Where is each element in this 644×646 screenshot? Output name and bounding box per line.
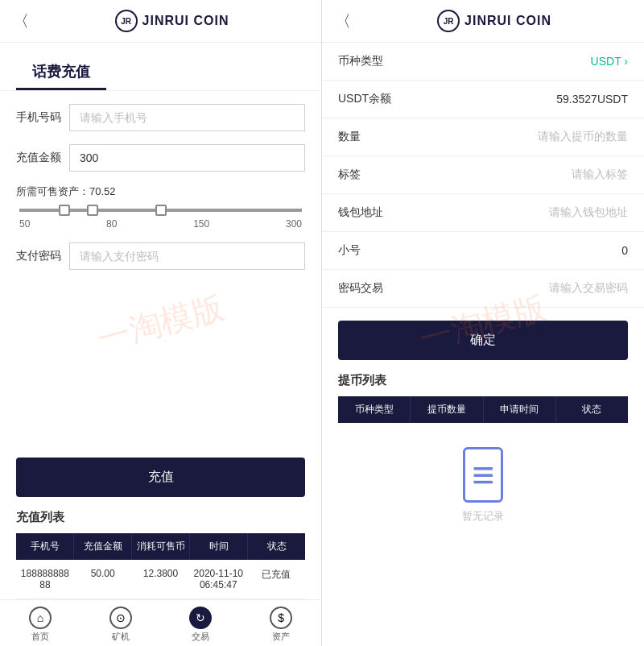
slider-label-1: 80: [106, 218, 117, 230]
right-header: 〈 JR JINRUI COIN: [322, 0, 644, 43]
subaccount-label: 小号: [338, 243, 361, 258]
field-tag[interactable]: 标签 请输入标签: [322, 156, 644, 194]
trade-icon: ↻: [189, 607, 212, 629]
cell-coins: 12.3800: [132, 560, 190, 598]
right-col-currency: 币种类型: [338, 396, 411, 423]
right-back-button[interactable]: 〈: [335, 10, 351, 32]
nav-assets[interactable]: $ 资产: [241, 607, 321, 643]
left-back-button[interactable]: 〈: [13, 10, 29, 32]
slider-label-3: 300: [286, 218, 302, 230]
subaccount-value: 0: [621, 244, 628, 257]
phone-row: 手机号码: [16, 104, 305, 131]
right-logo-circle: JR: [437, 10, 460, 32]
left-col-status: 状态: [248, 533, 305, 560]
nav-home[interactable]: ⌂ 首页: [0, 607, 80, 643]
left-logo-circle: JR: [115, 10, 138, 32]
bottom-nav: ⌂ 首页 ⊙ 矿机 ↻ 交易 $ 资产: [0, 599, 321, 646]
usdt-balance-value: 59.3527USDT: [556, 93, 628, 106]
nav-trade-label: 交易: [192, 631, 209, 643]
right-submit-button[interactable]: 确定: [338, 321, 628, 360]
left-logo-text: JINRUI COIN: [142, 14, 229, 28]
left-header: 〈 JR JINRUI COIN: [0, 0, 321, 43]
password-input[interactable]: [69, 242, 305, 270]
field-wallet[interactable]: 钱包地址 请输入钱包地址: [322, 194, 644, 232]
left-logo: JR JINRUI COIN: [35, 10, 308, 32]
right-table-header: 币种类型 提币数量 申请时间 状态: [338, 396, 628, 423]
left-col-time: 时间: [190, 533, 248, 560]
right-logo-initials: JR: [444, 17, 454, 26]
left-col-phone: 手机号: [16, 533, 74, 560]
right-list-title: 提币列表: [338, 373, 628, 388]
currency-type-label: 币种类型: [338, 54, 383, 68]
left-col-coins: 消耗可售币: [132, 533, 190, 560]
home-icon: ⌂: [29, 607, 52, 629]
trade-password-value: 请输入交易密码: [549, 281, 628, 296]
right-panel: 〈 JR JINRUI COIN 币种类型 USDT › USDT余额 59.3…: [322, 0, 644, 646]
cell-status: 已充值: [247, 560, 305, 598]
slider-thumb-3[interactable]: [155, 205, 167, 216]
slider-labels: 50 80 150 300: [19, 218, 302, 230]
cell-amount: 50.00: [74, 560, 132, 598]
field-subaccount: 小号 0: [322, 232, 644, 270]
field-currency-type[interactable]: 币种类型 USDT ›: [322, 43, 644, 81]
left-page-title: 话费充值: [16, 51, 106, 90]
left-list-section: 充值列表 手机号 充值金额 消耗可售币 时间 状态 18888888888 50…: [0, 510, 321, 599]
mining-icon: ⊙: [109, 607, 132, 629]
nav-mining[interactable]: ⊙ 矿机: [80, 607, 161, 643]
quantity-value: 请输入提币的数量: [538, 130, 628, 144]
assets-info: 所需可售资产：70.52: [16, 184, 305, 199]
left-form-section: 手机号码 充值金额 所需可售资产：70.52 50 80 150 300: [0, 91, 321, 458]
empty-state: ≡ 暂无记录: [338, 423, 628, 548]
field-usdt-balance: USDT余额 59.3527USDT: [322, 81, 644, 118]
amount-input[interactable]: [69, 144, 305, 172]
left-table-header: 手机号 充值金额 消耗可售币 时间 状态: [16, 533, 305, 560]
phone-input[interactable]: [69, 104, 305, 131]
slider-label-2: 150: [193, 218, 209, 230]
tag-label: 标签: [338, 168, 361, 182]
left-col-amount: 充值金额: [74, 533, 132, 560]
tag-value: 请输入标签: [572, 168, 628, 182]
left-submit-button[interactable]: 充值: [16, 458, 305, 497]
slider-label-0: 50: [19, 218, 30, 230]
slider-thumb-1[interactable]: [59, 205, 70, 216]
nav-mining-label: 矿机: [112, 631, 130, 643]
right-form-fields: 币种类型 USDT › USDT余额 59.3527USDT 数量 请输入提币的…: [322, 43, 644, 646]
right-logo: JR JINRUI COIN: [357, 10, 631, 32]
usdt-balance-label: USDT余额: [338, 92, 391, 106]
cell-time: 2020-11-10 06:45:47: [189, 560, 247, 598]
left-page-title-wrapper: 话费充值: [0, 43, 321, 91]
left-list-title: 充值列表: [16, 510, 305, 525]
amount-row: 充值金额: [16, 144, 305, 172]
password-label: 支付密码: [16, 249, 61, 263]
field-quantity[interactable]: 数量 请输入提币的数量: [322, 118, 644, 156]
right-list-section: 提币列表 币种类型 提币数量 申请时间 状态 ≡ 暂无记录: [322, 373, 644, 548]
password-row: 支付密码: [16, 242, 305, 270]
nav-home-label: 首页: [31, 631, 49, 643]
quantity-label: 数量: [338, 130, 361, 144]
empty-text: 暂无记录: [462, 509, 504, 524]
left-logo-initials: JR: [121, 17, 131, 26]
wallet-label: 钱包地址: [338, 205, 383, 220]
amount-label: 充值金额: [16, 151, 61, 165]
left-panel: 〈 JR JINRUI COIN 话费充值 手机号码 充值金额 所需可售资产：7…: [0, 0, 322, 646]
currency-type-value: USDT ›: [591, 55, 628, 68]
slider-thumb-2[interactable]: [87, 205, 98, 216]
slider-track[interactable]: [19, 209, 302, 212]
right-col-time: 申请时间: [484, 396, 556, 423]
field-trade-password[interactable]: 密码交易 请输入交易密码: [322, 270, 644, 308]
table-row: 18888888888 50.00 12.3800 2020-11-10 06:…: [16, 560, 305, 599]
assets-icon: $: [270, 607, 292, 629]
cell-phone: 18888888888: [16, 560, 74, 598]
nav-trade[interactable]: ↻ 交易: [161, 607, 242, 643]
wallet-value: 请输入钱包地址: [549, 205, 628, 220]
trade-password-label: 密码交易: [338, 281, 383, 296]
right-col-status: 状态: [556, 396, 628, 423]
right-col-amount: 提币数量: [411, 396, 483, 423]
right-logo-text: JINRUI COIN: [464, 14, 551, 28]
slider-container: 50 80 150 300: [16, 209, 305, 230]
nav-assets-label: 资产: [272, 631, 290, 643]
empty-icon: ≡: [463, 447, 503, 503]
phone-label: 手机号码: [16, 110, 61, 125]
